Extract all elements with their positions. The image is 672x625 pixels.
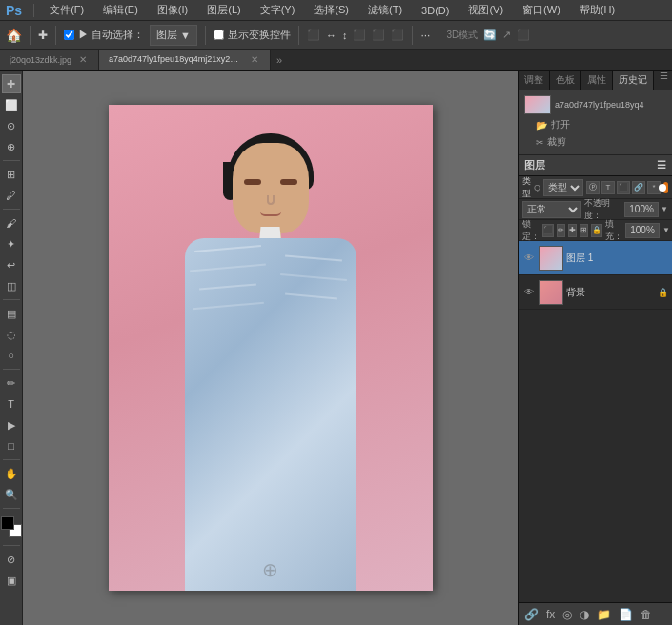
layer-name-0: 图层 1: [566, 252, 668, 265]
tab-adjust[interactable]: 调整: [519, 71, 550, 90]
fill-chevron[interactable]: ▼: [662, 226, 670, 234]
tab-swatches[interactable]: 色板: [550, 71, 581, 90]
tool-sep-6: [3, 508, 20, 509]
gradient-btn[interactable]: ▤: [2, 304, 21, 323]
tab-history[interactable]: 历史记: [613, 71, 654, 90]
lock-label: 锁定：: [522, 218, 540, 243]
layer-visibility-0[interactable]: 👁: [522, 252, 536, 265]
layers-menu-icon[interactable]: ☰: [657, 159, 666, 171]
action-crop-label: 裁剪: [547, 135, 566, 149]
eraser-btn[interactable]: ◫: [2, 276, 21, 295]
layer-item-1[interactable]: 👁 背景 🔒: [519, 275, 672, 310]
screen-mode-btn[interactable]: ▣: [2, 571, 21, 590]
lasso-tool-btn[interactable]: ⊙: [2, 116, 21, 135]
blend-mode-select[interactable]: 正常: [522, 201, 581, 218]
layers-blend-row: 正常 不透明度： ▼: [519, 199, 672, 220]
move-tool-btn[interactable]: ✚: [2, 74, 21, 93]
opacity-input[interactable]: [624, 202, 659, 217]
tab-close-2[interactable]: ✕: [249, 54, 260, 65]
lock-transparent-btn[interactable]: ⬛: [542, 224, 554, 237]
canvas-area[interactable]: ⊕: [23, 71, 518, 625]
layer-thumb-0: [539, 246, 563, 271]
filter-toggle[interactable]: [663, 182, 668, 193]
layer-fx-icon[interactable]: fx: [546, 608, 555, 621]
blur-btn[interactable]: ◌: [2, 325, 21, 344]
show-transform-checkbox[interactable]: 显示变换控件: [214, 28, 291, 42]
text-btn[interactable]: T: [2, 394, 21, 413]
history-item-file[interactable]: a7a0d747ly1fpeu18yq4: [522, 93, 668, 116]
filter-icon-1[interactable]: Ⓟ: [586, 181, 600, 194]
zoom-btn[interactable]: 🔍: [2, 485, 21, 504]
menu-3d[interactable]: 3D(D): [417, 3, 453, 18]
eyedropper-btn[interactable]: 🖋: [2, 186, 21, 205]
quick-mask-btn[interactable]: ⊘: [2, 550, 21, 569]
tab-file-1[interactable]: j20qo13zdkk.jpg ✕: [0, 50, 99, 70]
history-action-open[interactable]: 📂 打开: [522, 116, 668, 133]
menu-file[interactable]: 文件(F): [46, 1, 88, 19]
history-brush-btn[interactable]: ↩: [2, 255, 21, 274]
menu-layer[interactable]: 图层(L): [203, 1, 244, 19]
left-toolbar: ✚ ⬜ ⊙ ⊕ ⊞ 🖋 🖌 ✦ ↩ ◫ ▤ ◌ ○ ✏ T ▶ □ ✋ 🔍 ⊘ …: [0, 71, 23, 625]
color-swatches[interactable]: [1, 516, 22, 537]
lock-position-btn[interactable]: ✚: [568, 224, 577, 237]
filter-type-select[interactable]: 类型: [543, 179, 583, 196]
layer-thumb-1: [539, 280, 563, 305]
tab-overflow-btn[interactable]: »: [271, 50, 288, 70]
fill-input[interactable]: [625, 223, 660, 238]
layer-link-icon[interactable]: 🔗: [524, 608, 539, 621]
lock-all-btn[interactable]: 🔒: [591, 224, 602, 237]
menu-text[interactable]: 文字(Y): [256, 1, 299, 19]
panel-menu-icon[interactable]: ☰: [656, 71, 672, 90]
more-options-icon[interactable]: ···: [420, 29, 430, 42]
menu-filter[interactable]: 滤镜(T): [364, 1, 406, 19]
layer-delete-icon[interactable]: 🗑: [641, 608, 652, 621]
layer-visibility-1[interactable]: 👁: [522, 286, 536, 299]
layer-select-dropdown[interactable]: 图层 ▼: [150, 25, 197, 46]
toolbar-sep-2: [55, 26, 56, 45]
clone-stamp-btn[interactable]: ✦: [2, 234, 21, 253]
tool-sep-1: [3, 160, 20, 161]
layer-adjustment-icon[interactable]: ◑: [580, 608, 589, 621]
shape-btn[interactable]: □: [2, 436, 21, 455]
ps-logo-icon: Ps: [6, 3, 22, 18]
layer-item-0[interactable]: 👁 图层 1: [519, 241, 672, 275]
layer-group-icon[interactable]: 📁: [597, 608, 611, 621]
move-tool-icon[interactable]: ✚: [38, 29, 48, 42]
history-action-crop[interactable]: ✂ 裁剪: [522, 133, 668, 151]
tab-close-1[interactable]: ✕: [77, 54, 89, 65]
filter-icon-4[interactable]: 🔗: [632, 181, 645, 194]
menu-help[interactable]: 帮助(H): [576, 1, 619, 19]
main-layout: ✚ ⬜ ⊙ ⊕ ⊞ 🖋 🖌 ✦ ↩ ◫ ▤ ◌ ○ ✏ T ▶ □ ✋ 🔍 ⊘ …: [0, 71, 672, 625]
menu-window[interactable]: 窗口(W): [519, 1, 564, 19]
history-thumb-1: [524, 95, 551, 114]
filter-icon-2[interactable]: T: [601, 181, 615, 194]
auto-select-checkbox[interactable]: ▶ 自动选择：: [64, 28, 144, 42]
menu-image[interactable]: 图像(I): [153, 1, 192, 19]
home-icon[interactable]: 🏠: [6, 28, 22, 43]
tab-file-2[interactable]: a7a0d747ly1fpeu18yq4mj21xy2wzkjo.jpg @ 1…: [99, 50, 271, 70]
crop-tool-btn[interactable]: ⊞: [2, 165, 21, 184]
dodge-btn[interactable]: ○: [2, 346, 21, 365]
brush-tool-btn[interactable]: 🖌: [2, 213, 21, 232]
3d-mode-label: 3D模式: [446, 29, 478, 42]
menu-select[interactable]: 选择(S): [310, 1, 353, 19]
lock-image-btn[interactable]: ✏: [557, 224, 565, 237]
menu-edit[interactable]: 编辑(E): [99, 1, 142, 19]
selection-tool-btn[interactable]: ⬜: [2, 95, 21, 114]
lock-artboard-btn[interactable]: ⊞: [580, 224, 588, 237]
opacity-chevron[interactable]: ▼: [661, 205, 668, 213]
quick-select-btn[interactable]: ⊕: [2, 137, 21, 156]
path-select-btn[interactable]: ▶: [2, 415, 21, 434]
auto-select-label: ▶ 自动选择：: [78, 28, 144, 42]
hand-btn[interactable]: ✋: [2, 464, 21, 483]
layers-filter-row: 类型 Q 类型 Ⓟ T ⬛ 🔗 *: [519, 176, 672, 199]
layer-mask-icon[interactable]: ◎: [562, 608, 572, 621]
layers-lock-row: 锁定： ⬛ ✏ ✚ ⊞ 🔒 填充： ▼: [519, 220, 672, 241]
menu-view[interactable]: 视图(V): [464, 1, 507, 19]
canvas-container[interactable]: ⊕: [109, 105, 433, 591]
pen-btn[interactable]: ✏: [2, 373, 21, 393]
tab-properties[interactable]: 属性: [581, 71, 613, 90]
foreground-color-swatch[interactable]: [1, 516, 14, 530]
filter-icon-3[interactable]: ⬛: [617, 181, 630, 194]
layer-new-icon[interactable]: 📄: [619, 608, 633, 621]
